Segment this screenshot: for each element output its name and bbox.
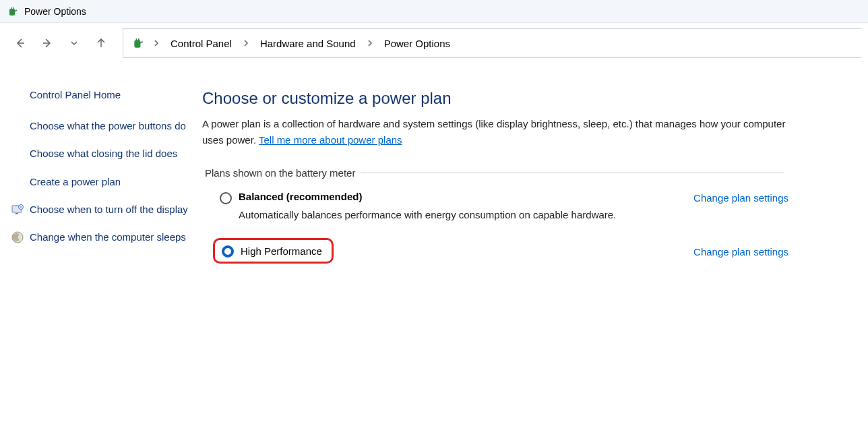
breadcrumb-control-panel[interactable]: Control Panel [166, 35, 236, 52]
svg-rect-2 [13, 7, 14, 9]
power-options-icon [130, 35, 146, 51]
fieldset-label: Plans shown on the battery meter [202, 167, 788, 179]
breadcrumb-hardware-sound[interactable]: Hardware and Sound [256, 35, 360, 52]
window-title: Power Options [24, 6, 86, 17]
svg-rect-5 [138, 38, 140, 40]
plan-row-high-performance: High Performance Change plan settings [202, 238, 788, 264]
address-bar[interactable]: Control Panel Hardware and Sound Power O… [123, 28, 861, 58]
svg-rect-0 [9, 9, 15, 16]
moon-icon [11, 231, 24, 244]
plan-row-balanced: Balanced (recommended) Automatically bal… [202, 191, 788, 220]
display-icon [11, 203, 24, 216]
page-description: A power plan is a collection of hardware… [202, 116, 788, 148]
highlight-annotation: High Performance [213, 238, 334, 264]
radio-balanced[interactable] [220, 192, 232, 204]
sidebar-link-closing-lid[interactable]: Choose what closing the lid does [30, 146, 189, 161]
change-plan-settings-high-performance[interactable]: Change plan settings [693, 246, 788, 258]
plan-name-balanced[interactable]: Balanced (recommended) [239, 191, 616, 202]
divider [361, 173, 784, 173]
plan-name-high-performance[interactable]: High Performance [241, 245, 322, 257]
chevron-right-icon[interactable] [150, 38, 162, 49]
svg-rect-4 [136, 38, 137, 40]
radio-high-performance[interactable] [222, 245, 234, 258]
sidebar-item-turn-off-display[interactable]: Choose when to turn off the display [11, 202, 189, 217]
up-button[interactable] [88, 30, 115, 57]
main-panel: Choose or customize a power plan A power… [202, 89, 868, 264]
back-button[interactable] [7, 30, 34, 57]
sidebar-link-power-buttons[interactable]: Choose what the power buttons do [30, 118, 189, 133]
sidebar-link-create-plan[interactable]: Create a power plan [30, 174, 189, 189]
navigation-row: Control Panel Hardware and Sound Power O… [0, 23, 868, 63]
sidebar: Control Panel Home Choose what the power… [0, 89, 202, 264]
page-title: Choose or customize a power plan [202, 89, 828, 108]
fieldset-label-text: Plans shown on the battery meter [205, 167, 355, 179]
sidebar-item-computer-sleeps[interactable]: Change when the computer sleeps [11, 229, 189, 245]
chevron-right-icon[interactable] [364, 38, 376, 49]
sidebar-home-link[interactable]: Control Panel Home [30, 89, 189, 100]
plan-desc-balanced: Automatically balances performance with … [239, 209, 616, 220]
recent-dropdown-button[interactable] [61, 30, 88, 57]
forward-button[interactable] [34, 30, 61, 57]
sidebar-link-label: Change when the computer sleeps [30, 229, 186, 245]
svg-rect-1 [11, 7, 12, 9]
svg-rect-7 [16, 213, 18, 214]
breadcrumb-power-options[interactable]: Power Options [380, 35, 454, 52]
power-options-icon [7, 5, 19, 18]
change-plan-settings-balanced[interactable]: Change plan settings [693, 192, 788, 204]
svg-rect-3 [134, 40, 140, 48]
sidebar-link-label: Choose when to turn off the display [30, 202, 188, 217]
chevron-right-icon[interactable] [240, 38, 252, 49]
titlebar: Power Options [0, 0, 868, 23]
content-area: Control Panel Home Choose what the power… [0, 63, 868, 264]
tell-me-more-link[interactable]: Tell me more about power plans [259, 134, 402, 146]
